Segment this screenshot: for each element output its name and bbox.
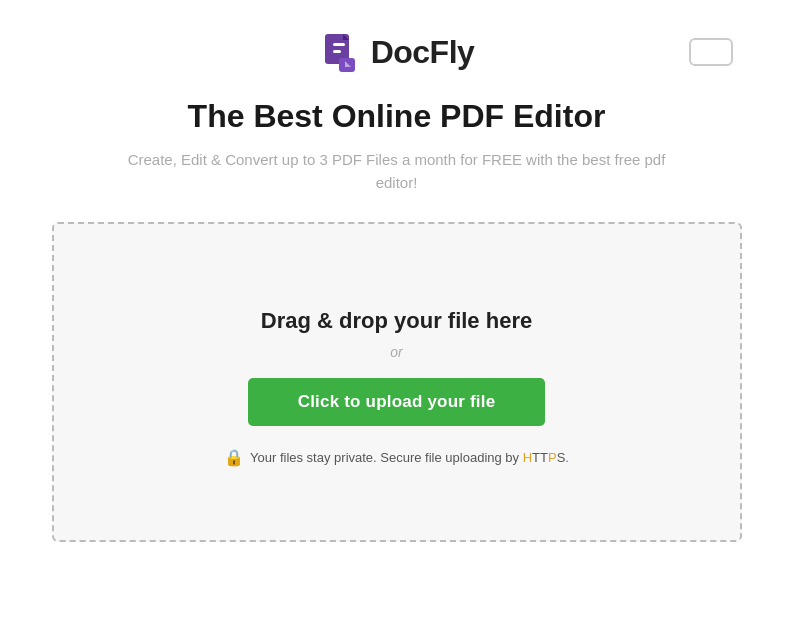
logo-text: DocFly xyxy=(371,34,475,71)
https-text: HTTPS. xyxy=(523,450,569,465)
lock-icon: 🔒 xyxy=(224,448,244,467)
svg-rect-1 xyxy=(333,43,345,46)
security-text: Your files stay private. Secure file upl… xyxy=(250,450,569,465)
drag-drop-label: Drag & drop your file here xyxy=(261,308,532,334)
page-headline: The Best Online PDF Editor xyxy=(188,98,606,135)
top-right-button[interactable] xyxy=(689,38,733,66)
or-separator: or xyxy=(390,344,402,360)
security-note: 🔒 Your files stay private. Secure file u… xyxy=(224,448,569,467)
page-subheadline: Create, Edit & Convert up to 3 PDF Files… xyxy=(107,149,687,194)
upload-button[interactable]: Click to upload your file xyxy=(248,378,546,426)
docfly-logo-icon xyxy=(319,30,363,74)
svg-rect-2 xyxy=(333,50,341,53)
file-drop-zone[interactable]: Drag & drop your file here or Click to u… xyxy=(52,222,742,542)
logo-area: DocFly xyxy=(319,30,475,74)
